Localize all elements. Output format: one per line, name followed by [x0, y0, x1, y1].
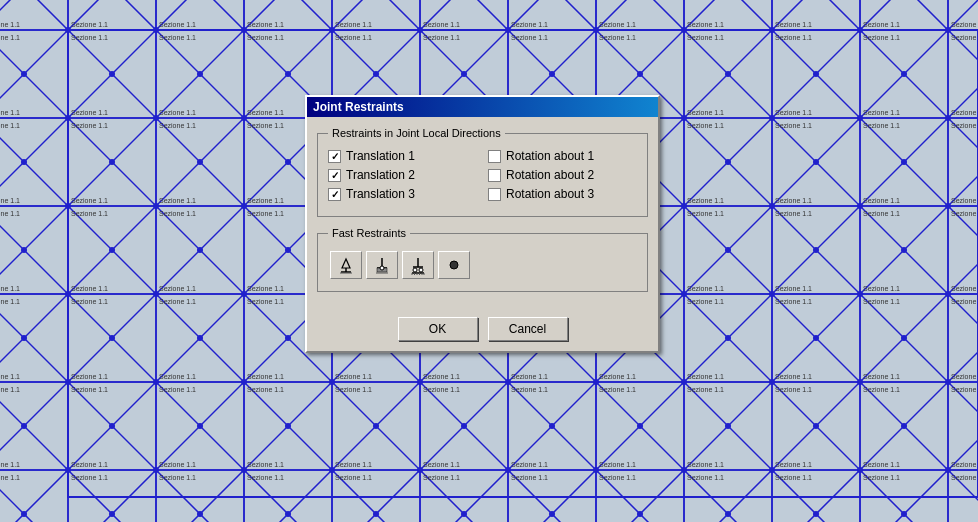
translation-1-label: Translation 1: [346, 149, 415, 163]
rotation-3-checkbox[interactable]: [488, 188, 501, 201]
translation-2-label: Translation 2: [346, 168, 415, 182]
roller-icon: [407, 254, 429, 276]
restraints-group: Restraints in Joint Local Directions Tra…: [317, 127, 648, 217]
free-restraint-button[interactable]: [438, 251, 470, 279]
dialog-body: Restraints in Joint Local Directions Tra…: [307, 117, 658, 312]
svg-marker-2: [342, 259, 350, 268]
cancel-button[interactable]: Cancel: [488, 317, 568, 341]
translation-1-checkbox[interactable]: [328, 150, 341, 163]
svg-point-21: [413, 268, 417, 272]
dialog-buttons: OK Cancel: [307, 312, 658, 351]
fixed-icon: [371, 254, 393, 276]
rotation-1-group: Rotation about 1: [488, 149, 594, 163]
svg-point-30: [450, 261, 458, 269]
restraints-group-label: Restraints in Joint Local Directions: [328, 127, 505, 139]
rotation-3-group: Rotation about 3: [488, 187, 594, 201]
svg-point-22: [419, 268, 423, 272]
svg-point-18: [380, 266, 384, 270]
rotation-1-checkbox[interactable]: [488, 150, 501, 163]
rotation-3-label: Rotation about 3: [506, 187, 594, 201]
dialog-titlebar: Joint Restraints: [307, 97, 658, 117]
rotation-1-label: Rotation about 1: [506, 149, 594, 163]
fast-restraints-icons: [328, 249, 637, 281]
fixed-restraint-button[interactable]: [366, 251, 398, 279]
free-icon: [443, 254, 465, 276]
fast-restraints-label: Fast Restraints: [328, 227, 410, 239]
dialog-title: Joint Restraints: [313, 100, 404, 114]
translation-3-checkbox[interactable]: [328, 188, 341, 201]
translation-3-label: Translation 3: [346, 187, 415, 201]
rotation-2-group: Rotation about 2: [488, 168, 594, 182]
rotation-2-checkbox[interactable]: [488, 169, 501, 182]
ok-button[interactable]: OK: [398, 317, 478, 341]
pin-icon: [335, 254, 357, 276]
fast-restraints-group: Fast Restraints: [317, 227, 648, 292]
restraint-row-1: Translation 1 Rotation about 1: [328, 149, 637, 163]
roller-restraint-button[interactable]: [402, 251, 434, 279]
restraint-row-3: Translation 3 Rotation about 3: [328, 187, 637, 201]
translation-1-group: Translation 1: [328, 149, 488, 163]
restraint-row-2: Translation 2 Rotation about 2: [328, 168, 637, 182]
translation-3-group: Translation 3: [328, 187, 488, 201]
pin-restraint-button[interactable]: [330, 251, 362, 279]
translation-2-checkbox[interactable]: [328, 169, 341, 182]
translation-2-group: Translation 2: [328, 168, 488, 182]
rotation-2-label: Rotation about 2: [506, 168, 594, 182]
joint-restraints-dialog: Joint Restraints Restraints in Joint Loc…: [305, 95, 660, 353]
